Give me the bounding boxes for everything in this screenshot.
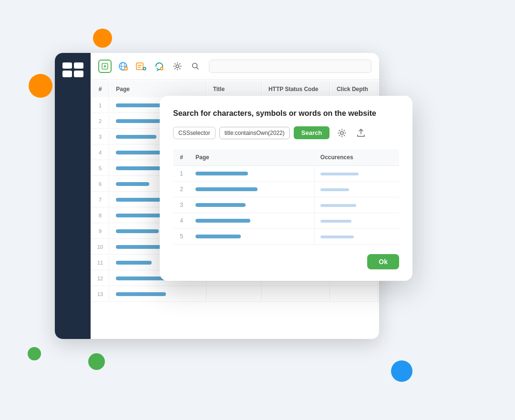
svg-point-21 — [340, 132, 343, 134]
dialog-row-num: 5 — [173, 228, 190, 244]
green-circle-left — [28, 347, 41, 360]
search-button[interactable]: Search — [294, 126, 330, 139]
logo-cell-1 — [62, 62, 72, 69]
dialog-results-table: # Page Occurences 12345 — [173, 149, 399, 245]
green-circle-bottom — [88, 353, 105, 370]
row-num: 3 — [92, 130, 109, 144]
dialog-row-occ — [315, 165, 399, 181]
table-row: 13 — [92, 287, 378, 302]
dialog-row-occ — [315, 197, 399, 213]
globe-icon[interactable] — [116, 60, 130, 73]
dialog-footer: Ok — [173, 254, 399, 269]
svg-line-20 — [197, 67, 199, 69]
dialog-row-occ — [315, 213, 399, 228]
dialog-row-page — [190, 228, 315, 244]
row-num: 6 — [92, 177, 109, 192]
logo — [62, 62, 83, 83]
dialog-table-row: 5 — [173, 228, 399, 244]
dialog-col-num: # — [173, 149, 190, 166]
col-header-status: HTTP Status Code — [263, 81, 330, 97]
row-num: 10 — [92, 240, 109, 255]
row-num: 7 — [92, 193, 109, 207]
dialog-row-occ — [315, 181, 399, 197]
dialog-export-icon[interactable] — [354, 126, 368, 140]
dialog-row-num: 2 — [173, 181, 190, 197]
logo-cell-3 — [62, 71, 72, 77]
dialog-row-page — [190, 165, 315, 181]
col-header-page: Page — [110, 81, 206, 97]
dialog-row-page — [190, 181, 315, 197]
toolbar — [91, 53, 379, 80]
filter-icon[interactable] — [134, 60, 148, 73]
row-page — [110, 287, 206, 302]
row-num: 11 — [92, 256, 109, 270]
row-status — [263, 287, 330, 302]
row-num: 1 — [92, 98, 109, 113]
row-num: 8 — [92, 208, 109, 223]
search-icon[interactable] — [189, 60, 202, 73]
dialog-title: Search for characters, symbols or words … — [173, 109, 399, 118]
blue-circle-bottom — [391, 360, 412, 382]
dialog-settings-icon[interactable] — [335, 126, 349, 140]
logo-cell-4 — [74, 71, 83, 77]
main-wrapper: # Page Title HTTP Status Code Click Dept… — [55, 39, 460, 382]
dialog-search-row: CSSselector title:containsOwn(2022) Sear… — [173, 126, 399, 140]
row-num: 12 — [92, 271, 109, 286]
svg-rect-9 — [136, 63, 143, 70]
col-header-title: Title — [207, 81, 262, 97]
ok-button[interactable]: Ok — [367, 254, 399, 269]
sidebar — [55, 53, 91, 339]
dialog-col-page: Page — [190, 149, 315, 166]
contains-own-tag[interactable]: title:containsOwn(2022) — [219, 127, 290, 139]
orange-circle-left — [29, 74, 52, 98]
row-num: 9 — [92, 224, 109, 239]
dialog-row-page — [190, 197, 315, 213]
row-num: 2 — [92, 114, 109, 129]
row-depth — [331, 287, 378, 302]
row-title — [207, 287, 262, 302]
row-num: 4 — [92, 145, 109, 160]
dialog-col-occ: Occurences — [315, 149, 399, 166]
dialog-table-row: 4 — [173, 213, 399, 228]
toolbar-search-input[interactable] — [209, 60, 371, 73]
row-num: 5 — [92, 161, 109, 176]
logo-cell-2 — [74, 62, 83, 69]
search-dialog: Search for characters, symbols or words … — [160, 96, 412, 281]
dialog-row-num: 1 — [173, 165, 190, 181]
dialog-row-num: 3 — [173, 197, 190, 213]
add-icon[interactable] — [98, 60, 112, 73]
dialog-row-occ — [315, 228, 399, 244]
dialog-row-num: 4 — [173, 213, 190, 228]
dialog-row-page — [190, 213, 315, 228]
dialog-table-row: 3 — [173, 197, 399, 213]
col-header-num: # — [92, 81, 109, 97]
dialog-table-row: 2 — [173, 181, 399, 197]
css-selector-tag[interactable]: CSSselector — [173, 127, 216, 139]
dialog-table-row: 1 — [173, 165, 399, 181]
row-num: 13 — [92, 287, 109, 302]
svg-point-18 — [176, 65, 179, 68]
orange-circle-top — [93, 29, 112, 48]
col-header-depth: Click Depth — [331, 81, 378, 97]
refresh-icon[interactable] — [153, 60, 166, 73]
settings-icon[interactable] — [171, 60, 184, 73]
